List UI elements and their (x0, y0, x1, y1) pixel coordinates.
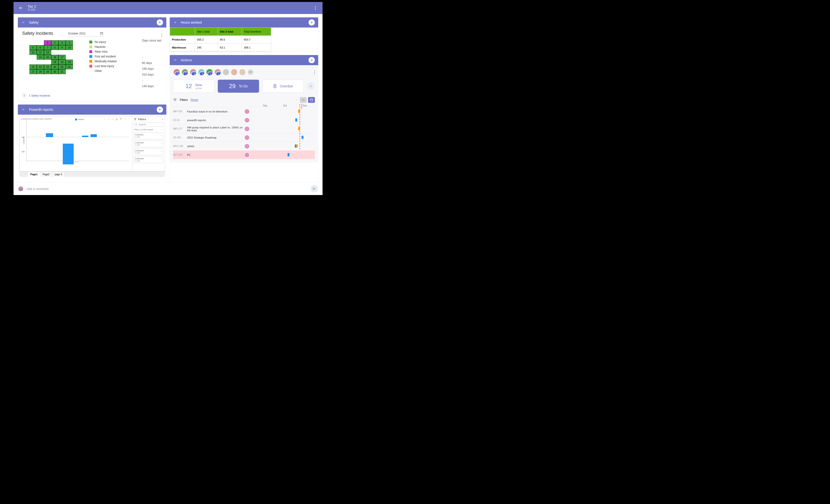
chevron-right-icon[interactable]: › (162, 118, 163, 121)
since-value: 156 days (142, 66, 173, 72)
cal-day[interactable]: 13 (44, 50, 51, 55)
avatar[interactable]: PF (247, 68, 254, 76)
cal-day[interactable]: 28 (37, 69, 44, 74)
cal-day[interactable]: 3 (58, 40, 66, 45)
back-button[interactable] (18, 5, 23, 11)
cal-day[interactable]: 17 (58, 55, 66, 60)
avatar[interactable] (230, 68, 238, 76)
cal-day[interactable]: 10 (66, 45, 73, 50)
since-value: 60 days (142, 60, 173, 66)
legend-item: Medically treated (89, 60, 133, 63)
cal-day[interactable]: 18 (51, 60, 58, 64)
cal-day[interactable]: 14 (37, 55, 44, 60)
panel-powerbi: PowerBI reports Column4 by Column1 and C… (18, 104, 166, 183)
since-value: 410 days (142, 72, 173, 77)
pbi-filter-card[interactable]: Column4is (All)˅ ⌄ (134, 148, 163, 155)
pbi-filter-card[interactable]: Column1is (All)˅ ⌄ (134, 132, 163, 139)
pbi-filter-card[interactable]: Column2is (All)˅ ⌄ (134, 140, 163, 147)
cal-day[interactable]: 26 (66, 64, 73, 69)
legend-item: Near miss (89, 50, 133, 53)
month-picker[interactable]: October 2021 (68, 31, 104, 36)
cal-day[interactable]: 2 (51, 40, 58, 45)
add-button[interactable] (309, 57, 315, 63)
actions-menu-button[interactable] (314, 70, 315, 74)
avatar[interactable]: 13 (173, 68, 180, 76)
cal-day[interactable]: 21 (29, 64, 37, 69)
cal-day[interactable]: 8 (51, 45, 58, 50)
cal-day[interactable]: 7 (44, 45, 51, 50)
cal-day[interactable]: 9 (58, 45, 66, 50)
panel-actions: Actions 1374311PF 12 New24 Hrs (170, 55, 318, 183)
avatar[interactable] (222, 68, 230, 76)
cal-day[interactable]: 31 (58, 69, 66, 74)
add-button[interactable] (157, 106, 163, 113)
cal-day[interactable]: 1 (44, 40, 51, 45)
comment-input[interactable]: Add a comment (27, 187, 49, 191)
cal-day[interactable]: 15 (44, 55, 51, 60)
reset-link[interactable]: Reset (191, 98, 198, 102)
add-button[interactable] (309, 19, 315, 26)
powerbi-chart[interactable]: Column4 by Column1 and Column5 ↑↓↓↓↑品 ⤢⋯… (20, 116, 132, 171)
pbi-page-tab[interactable]: Page1 (28, 172, 40, 177)
cal-day[interactable]: 12 (37, 50, 44, 55)
cal-day[interactable]: 23 (44, 64, 51, 69)
legend: No injuryHazardsNear missFirst aid incid… (89, 39, 133, 89)
cal-day[interactable]: 5 (29, 45, 37, 50)
stat-todo[interactable]: 29 To Do (218, 80, 259, 93)
chevron-down-icon[interactable] (21, 20, 26, 25)
avatar[interactable] (239, 68, 246, 76)
pbi-search[interactable]: Search (134, 122, 163, 127)
add-button[interactable] (157, 19, 163, 26)
timeline-row[interactable]: MNT-196shhhh (173, 142, 315, 150)
chevron-down-icon[interactable] (173, 20, 178, 25)
avatar[interactable]: 4 (190, 68, 197, 76)
cal-day[interactable]: 6 (37, 45, 44, 50)
assignee-avatars[interactable]: 1374311PF (173, 68, 315, 76)
view-dropdown[interactable] (295, 98, 298, 102)
avatar[interactable]: 1 (206, 68, 213, 76)
stats-next-button[interactable] (307, 82, 315, 90)
pbi-page-tabs[interactable]: ‹› Page1Page2page 3 (19, 171, 165, 177)
cal-day[interactable]: 4 (66, 40, 73, 45)
cal-day[interactable]: 29 (44, 69, 51, 74)
calendar-view-button[interactable] (308, 97, 315, 103)
hours-table: Site 1 totalSite 2 totalTotal OvertimePr… (170, 28, 271, 52)
filters-title: Filters (138, 118, 146, 121)
panel-hours: Hours worked Site 1 totalSite 2 totalTot… (170, 18, 318, 52)
cal-day[interactable]: 27 (29, 69, 37, 74)
timeline-row[interactable]: ACT-942PC (173, 150, 315, 159)
pbi-filter-card[interactable]: Column5is (All)˅ ⌄ (134, 156, 163, 163)
send-button[interactable] (311, 185, 318, 193)
cal-day[interactable]: 11 (29, 50, 37, 55)
panel-menu-button[interactable] (161, 33, 162, 37)
cal-day[interactable]: 16 (51, 55, 58, 60)
timeline-row[interactable]: A3-1662022 Strategic Roadmap (173, 133, 315, 142)
cal-day[interactable]: 22 (37, 64, 44, 69)
chevron-down-icon[interactable] (173, 58, 178, 62)
timeline-row[interactable]: IMP-106Faucibus turpis in eu mi bibendum (173, 107, 315, 116)
since-value: - (142, 54, 173, 60)
stat-overdue[interactable]: 8 Overdue (262, 80, 304, 93)
header-menu-button[interactable] (312, 5, 318, 11)
avatar[interactable]: 7 (181, 68, 189, 76)
list-view-button[interactable] (300, 97, 307, 103)
stat-new[interactable]: 12 New24 Hrs (173, 80, 214, 93)
legend-item: Lost time injury (89, 64, 133, 68)
filter-icon[interactable] (173, 98, 177, 102)
filters-label[interactable]: Filters (180, 98, 188, 102)
cal-day[interactable]: 19 (58, 60, 66, 64)
avatar[interactable]: 1 (214, 68, 221, 76)
pbi-page-tab[interactable]: Page2 (40, 172, 52, 177)
safety-incidents-link[interactable]: 1 Safety Incidents (18, 92, 166, 101)
chart-title: Safety Incidents (22, 31, 53, 36)
cal-day[interactable]: 20 (66, 60, 73, 64)
chevron-down-icon[interactable] (21, 107, 26, 112)
pbi-page-tab[interactable]: page 3 (52, 172, 65, 177)
timeline-row[interactable]: IMP-217HM pump required to place Label n… (173, 124, 315, 133)
cal-day[interactable]: 30 (51, 69, 58, 74)
cal-day[interactable]: 25 (58, 64, 66, 69)
timeline-row[interactable]: A3-34powerBI reports (173, 116, 315, 124)
avatar[interactable]: 3 (198, 68, 205, 76)
cal-day[interactable]: 24 (51, 64, 58, 69)
safety-calendar[interactable]: 1234567891011121314151617181920212223242… (22, 40, 80, 74)
